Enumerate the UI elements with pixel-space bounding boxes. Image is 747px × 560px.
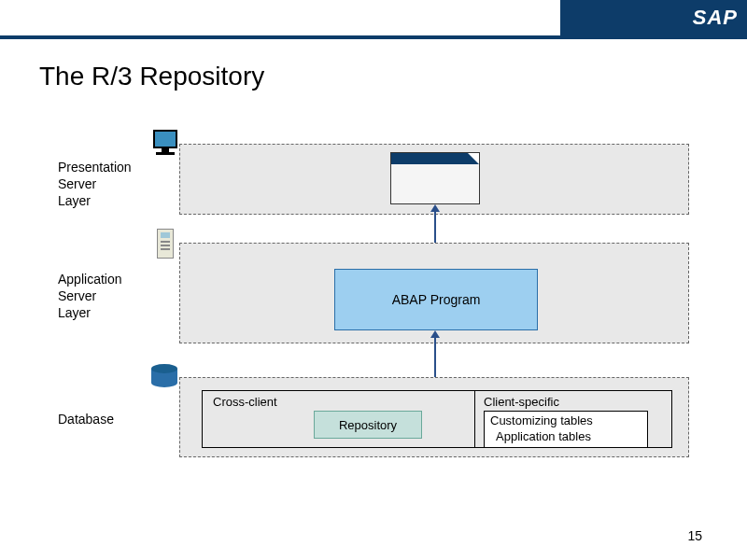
database-divider [474, 390, 475, 448]
presentation-window [390, 152, 480, 204]
application-tables-label: Application tables [490, 429, 641, 445]
repository-box: Repository [314, 411, 422, 439]
cross-client-label: Cross-client [213, 395, 277, 409]
presentation-layer-label: Presentation Server Layer [58, 159, 132, 210]
database-layer-label: Database [58, 411, 114, 427]
abap-program-label: ABAP Program [392, 292, 481, 307]
client-tables-box: Customizing tables Application tables [484, 411, 648, 448]
application-layer-label: Application Server Layer [58, 271, 122, 322]
window-titlebar [391, 153, 479, 164]
abap-program-box: ABAP Program [334, 269, 538, 330]
diagram-canvas: Presentation Server Layer Application Se… [0, 0, 747, 560]
database-icon [151, 364, 177, 390]
monitor-icon [150, 130, 180, 160]
client-specific-label: Client-specific [484, 395, 559, 409]
page-number: 15 [687, 528, 702, 543]
customizing-tables-label: Customizing tables [490, 413, 641, 429]
repository-label: Repository [339, 418, 397, 432]
server-icon [157, 229, 174, 259]
